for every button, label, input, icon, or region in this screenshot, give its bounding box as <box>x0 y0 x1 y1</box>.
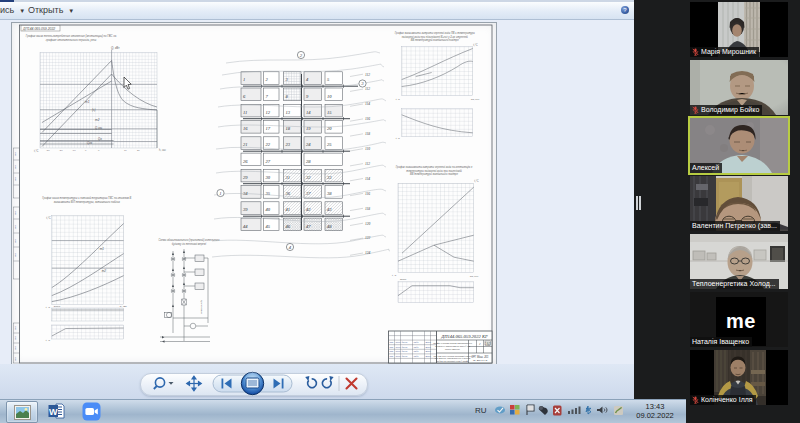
svg-text:112: 112 <box>365 87 370 91</box>
svg-text:27: 27 <box>266 159 271 164</box>
svg-text:докум.: докум. <box>402 341 409 343</box>
svg-text:Gв, кг/с: Gв, кг/с <box>471 98 480 101</box>
svg-text:надворної води при підогріванн: надворної води при підогріванні В-год у … <box>402 35 469 39</box>
svg-text:т2: т2 <box>95 118 100 122</box>
svg-text:Q, кВт: Q, кВт <box>120 305 128 308</box>
svg-text:согл: согл <box>14 210 16 215</box>
svg-text:W: W <box>49 407 58 417</box>
svg-text:t,°C: t,°C <box>392 274 396 277</box>
svg-text:0: 0 <box>85 149 87 152</box>
svg-text:будинку до теплової мережі: будинку до теплової мережі <box>172 242 207 246</box>
svg-text:24: 24 <box>306 142 311 147</box>
svg-text:котельні зависимості расхід РВ: котельні зависимості расхід РВ <box>435 345 470 347</box>
svg-text:16: 16 <box>243 126 248 131</box>
svg-text:Qгв: Qгв <box>87 141 93 145</box>
svg-text:согл: согл <box>14 345 16 350</box>
svg-text:40: 40 <box>266 207 271 212</box>
svg-text:Дата: Дата <box>425 341 432 343</box>
svg-text:т1: т1 <box>100 247 104 251</box>
svg-text:48: 48 <box>327 224 332 229</box>
svg-text:26: 26 <box>243 159 248 164</box>
svg-text:гр. ОП-5-1-м: гр. ОП-5-1-м <box>473 359 487 362</box>
svg-text:-10: -10 <box>72 149 76 152</box>
svg-text:t,°C: t,°C <box>46 339 50 342</box>
svg-text:Дата: Дата <box>425 346 432 348</box>
svg-text:10: 10 <box>124 149 127 152</box>
svg-text:1ВД: 1ВД <box>485 342 490 346</box>
svg-text:Q, кВт: Q, кВт <box>111 46 120 50</box>
svg-text:33: 33 <box>327 175 332 180</box>
svg-text:28: 28 <box>306 159 311 164</box>
svg-text:График часов температуры с пат: График часов температуры с патовой терри… <box>42 196 131 200</box>
svg-text:112: 112 <box>365 162 370 166</box>
svg-text:21: 21 <box>243 142 248 147</box>
svg-text:График часов тепло-потребления: График часов тепло-потребления отопления… <box>26 34 117 38</box>
svg-text:29: 29 <box>243 175 248 180</box>
svg-text:114: 114 <box>365 177 370 181</box>
svg-text:согл: согл <box>14 151 16 156</box>
svg-text:42: 42 <box>306 207 311 212</box>
svg-text:t,°C: t,°C <box>46 216 50 220</box>
svg-text:8: 8 <box>98 149 100 152</box>
svg-text:согл: согл <box>14 238 16 243</box>
svg-text:45: 45 <box>266 224 271 229</box>
svg-text:36: 36 <box>286 191 291 196</box>
svg-text:t,°C: t,°C <box>34 149 38 153</box>
svg-text:122: 122 <box>365 236 371 240</box>
svg-text:согл: согл <box>14 252 16 257</box>
svg-text:31: 31 <box>286 175 291 180</box>
svg-text:t,°C: t,°C <box>46 306 50 309</box>
svg-text:согл: согл <box>14 224 16 229</box>
svg-text:t,°C: t,°C <box>396 137 400 140</box>
svg-text:124: 124 <box>365 251 371 255</box>
svg-text:при Василь-потребление и режим: при Василь-потребление и режим <box>435 357 471 359</box>
svg-text:18: 18 <box>286 126 291 131</box>
svg-text:112: 112 <box>365 73 370 77</box>
svg-text:Лист: Лист <box>395 350 401 352</box>
svg-text:1: 1 <box>243 77 245 82</box>
svg-text:118: 118 <box>365 132 370 136</box>
svg-text:Q гвс: Q гвс <box>95 126 103 130</box>
svg-text:согл: согл <box>14 176 16 181</box>
svg-text:стану Василь: стану Василь <box>445 348 461 350</box>
svg-text:Дата: Дата <box>425 350 432 352</box>
svg-text:37: 37 <box>306 191 311 196</box>
svg-text:Графік счетов тепло-потреблени: Графік счетов тепло-потребления <box>433 342 473 344</box>
svg-text:ДП144.065.059.2022 КР: ДП144.065.059.2022 КР <box>440 334 488 339</box>
svg-text:41: 41 <box>286 207 291 212</box>
svg-text:110: 110 <box>365 147 370 151</box>
svg-text:Лист: Лист <box>395 341 401 343</box>
svg-text:11: 11 <box>243 110 247 115</box>
svg-text:17: 17 <box>266 126 271 131</box>
svg-text:сетевая вода: сетевая вода <box>200 299 202 314</box>
svg-text:39: 39 <box>243 207 248 212</box>
svg-text:t,°C: t,°C <box>474 179 478 183</box>
svg-text:согл: согл <box>14 325 16 330</box>
svg-text:согл: согл <box>14 335 16 340</box>
svg-text:графике отопительного периода,: графике отопительного периода, речи <box>46 38 97 42</box>
svg-text:12: 12 <box>266 110 271 115</box>
svg-text:Изм: Изм <box>390 341 394 343</box>
svg-text:Схема обчислювального (прилатк: Схема обчислювального (прилаткой) котель… <box>158 238 220 242</box>
svg-text:30: 30 <box>266 175 271 180</box>
svg-text:ВВ температури зовнішнього пов: ВВ температури зовнішнього повітря <box>410 172 458 176</box>
svg-text:Изм: Изм <box>390 355 394 357</box>
svg-text:25: 25 <box>327 142 332 147</box>
svg-text:118: 118 <box>365 207 370 211</box>
svg-text:Дата: Дата <box>425 355 432 357</box>
svg-text:будов 10 настрой серед Графі: будов 10 настрой серед Графі <box>437 360 469 362</box>
svg-text:-30: -30 <box>46 149 50 152</box>
svg-text:зависимости ВІЛ температуры, з: зависимости ВІЛ температуры, затишнього … <box>53 200 121 204</box>
svg-text:График зависимости витрати чер: График зависимости витрати черезної води… <box>395 31 476 35</box>
svg-text:Изм: Изм <box>390 346 394 348</box>
svg-text:15: 15 <box>327 110 332 115</box>
svg-text:т1: т1 <box>85 100 90 104</box>
svg-text:согл: согл <box>14 356 16 361</box>
svg-text:График зависимости витрати чер: График зависимости витрати черезної води… <box>396 165 473 169</box>
svg-text:температури надворної води при: температури надворної води при последові… <box>406 169 462 173</box>
svg-text:Gсет: Gсет <box>400 278 406 281</box>
svg-text:47: 47 <box>306 224 311 229</box>
svg-text:докум.: докум. <box>402 346 409 348</box>
svg-text:116: 116 <box>365 192 370 196</box>
svg-text:1: 1 <box>219 191 221 196</box>
